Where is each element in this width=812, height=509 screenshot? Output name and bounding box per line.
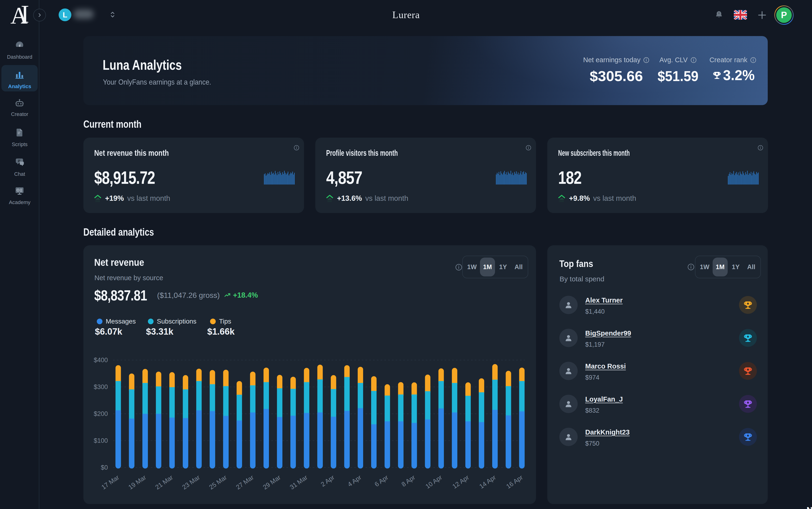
svg-text:$200: $200 [94, 410, 108, 417]
svg-text:$100: $100 [94, 437, 108, 444]
svg-text:4 Apr: 4 Apr [346, 474, 363, 488]
svg-text:23 Mar: 23 Mar [181, 474, 201, 491]
svg-text:10 Apr: 10 Apr [424, 474, 443, 490]
svg-text:2 Apr: 2 Apr [320, 474, 336, 488]
svg-text:6 Apr: 6 Apr [373, 474, 390, 488]
svg-text:$300: $300 [94, 383, 108, 391]
svg-text:16 Apr: 16 Apr [505, 474, 524, 490]
svg-text:21 Mar: 21 Mar [154, 474, 174, 491]
svg-text:$0: $0 [101, 464, 108, 471]
svg-text:$400: $400 [94, 357, 108, 364]
svg-text:19 Mar: 19 Mar [127, 474, 147, 491]
svg-text:12 Apr: 12 Apr [451, 474, 470, 490]
svg-text:14 Apr: 14 Apr [478, 474, 497, 490]
svg-text:29 Mar: 29 Mar [262, 474, 282, 491]
svg-text:27 Mar: 27 Mar [235, 474, 255, 491]
svg-text:8 Apr: 8 Apr [400, 474, 416, 488]
svg-text:31 Mar: 31 Mar [289, 474, 309, 491]
svg-text:25 Mar: 25 Mar [208, 474, 228, 491]
svg-text:17 Mar: 17 Mar [100, 474, 120, 491]
